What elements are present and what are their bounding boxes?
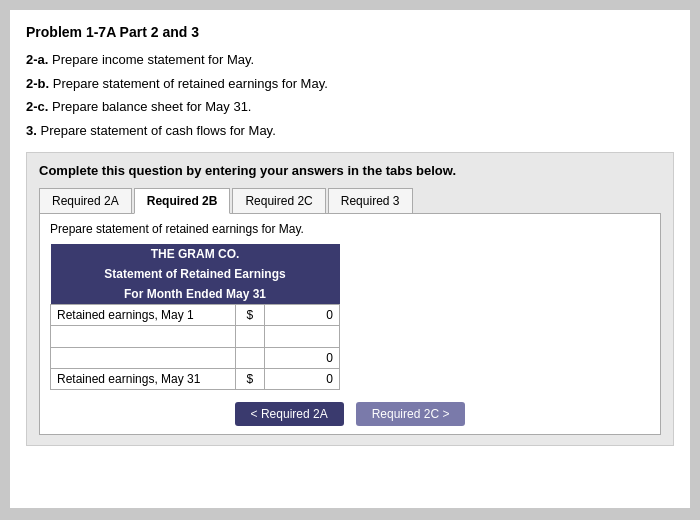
instruction-4-text: Prepare statement of cash flows for May. <box>40 123 275 138</box>
tab-required-2a[interactable]: Required 2A <box>39 188 132 213</box>
row2-value[interactable] <box>264 326 339 348</box>
statement-table: THE GRAM CO. Statement of Retained Earni… <box>50 244 340 390</box>
instruction-1: 2-a. Prepare income statement for May. <box>26 50 674 70</box>
tab-content: Prepare statement of retained earnings f… <box>39 214 661 435</box>
problem-title: Problem 1-7A Part 2 and 3 <box>26 24 674 40</box>
instruction-4: 3. Prepare statement of cash flows for M… <box>26 121 674 141</box>
table-row: Retained earnings, May 1 $ 0 <box>51 305 340 326</box>
instruction-1-prefix: 2-a. <box>26 52 48 67</box>
statement-title: Statement of Retained Earnings <box>51 264 340 284</box>
row2-value-input[interactable] <box>271 330 333 344</box>
row2-dollar <box>235 326 264 348</box>
nav-buttons: < Required 2A Required 2C > <box>50 402 650 426</box>
row1-label: Retained earnings, May 1 <box>51 305 236 326</box>
tab-required-2c[interactable]: Required 2C <box>232 188 325 213</box>
instruction-2: 2-b. Prepare statement of retained earni… <box>26 74 674 94</box>
row3-label <box>51 348 236 369</box>
instruction-3-text: Prepare balance sheet for May 31. <box>52 99 251 114</box>
header-period-row: For Month Ended May 31 <box>51 284 340 305</box>
main-page: Problem 1-7A Part 2 and 3 2-a. Prepare i… <box>10 10 690 508</box>
company-name: THE GRAM CO. <box>51 244 340 264</box>
row1-value: 0 <box>264 305 339 326</box>
instruction-1-text: Prepare income statement for May. <box>52 52 254 67</box>
row3-value: 0 <box>264 348 339 369</box>
tab-instruction: Prepare statement of retained earnings f… <box>50 222 650 236</box>
tab-required-3[interactable]: Required 3 <box>328 188 413 213</box>
instruction-3-prefix: 2-c. <box>26 99 48 114</box>
table-row: 0 <box>51 348 340 369</box>
table-row: Retained earnings, May 31 $ 0 <box>51 369 340 390</box>
prev-button[interactable]: < Required 2A <box>235 402 344 426</box>
tab-required-2b[interactable]: Required 2B <box>134 188 231 214</box>
row4-label: Retained earnings, May 31 <box>51 369 236 390</box>
instruction-3: 2-c. Prepare balance sheet for May 31. <box>26 97 674 117</box>
header-title-row: Statement of Retained Earnings <box>51 264 340 284</box>
instruction-2-prefix: 2-b. <box>26 76 49 91</box>
row4-dollar: $ <box>235 369 264 390</box>
statement-period: For Month Ended May 31 <box>51 284 340 305</box>
tabs-row: Required 2A Required 2B Required 2C Requ… <box>39 188 661 214</box>
instruction-2-text: Prepare statement of retained earnings f… <box>53 76 328 91</box>
header-company-row: THE GRAM CO. <box>51 244 340 264</box>
complete-text: Complete this question by entering your … <box>39 163 661 178</box>
row2-input[interactable] <box>57 330 229 344</box>
instruction-4-prefix: 3. <box>26 123 37 138</box>
row4-value: 0 <box>264 369 339 390</box>
table-row <box>51 326 340 348</box>
next-button[interactable]: Required 2C > <box>356 402 466 426</box>
row2-label[interactable] <box>51 326 236 348</box>
row3-dollar <box>235 348 264 369</box>
complete-box: Complete this question by entering your … <box>26 152 674 446</box>
row1-dollar: $ <box>235 305 264 326</box>
instructions: 2-a. Prepare income statement for May. 2… <box>26 50 674 140</box>
